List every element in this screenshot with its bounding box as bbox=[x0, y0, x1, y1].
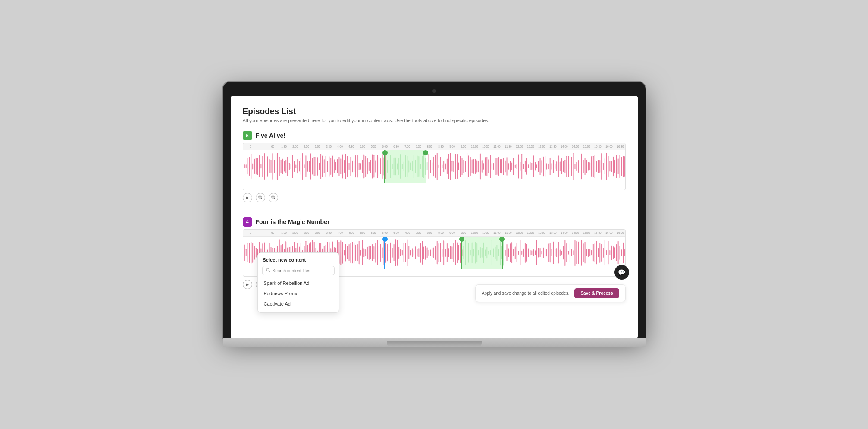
svg-rect-168 bbox=[523, 164, 524, 169]
svg-rect-158 bbox=[506, 157, 507, 176]
chat-icon: 💬 bbox=[618, 269, 625, 276]
svg-rect-225 bbox=[617, 158, 618, 174]
svg-rect-219 bbox=[608, 156, 608, 177]
svg-rect-202 bbox=[580, 155, 580, 179]
svg-rect-48 bbox=[323, 159, 324, 173]
svg-rect-331 bbox=[400, 249, 401, 256]
svg-rect-339 bbox=[413, 250, 414, 256]
svg-rect-352 bbox=[435, 246, 436, 260]
svg-rect-365 bbox=[457, 242, 458, 263]
svg-rect-29 bbox=[292, 155, 293, 178]
svg-rect-65 bbox=[352, 161, 353, 172]
svg-rect-394 bbox=[505, 250, 505, 256]
svg-rect-459 bbox=[613, 246, 614, 259]
content-dropdown: Select new content Spark of Rebellion Ad… bbox=[257, 252, 339, 313]
svg-rect-414 bbox=[538, 248, 539, 258]
svg-rect-441 bbox=[583, 243, 583, 262]
svg-rect-194 bbox=[566, 156, 567, 177]
svg-rect-41 bbox=[312, 158, 313, 174]
zoom-in-button-5[interactable] bbox=[269, 193, 278, 202]
svg-rect-430 bbox=[564, 240, 565, 266]
laptop-container: Episodes List All your episodes are pres… bbox=[223, 82, 646, 347]
svg-rect-362 bbox=[451, 246, 452, 259]
svg-rect-406 bbox=[524, 243, 525, 263]
svg-rect-295 bbox=[340, 240, 341, 265]
svg-rect-83 bbox=[382, 154, 382, 179]
svg-rect-7 bbox=[255, 158, 256, 174]
svg-rect-171 bbox=[528, 164, 529, 168]
svg-rect-448 bbox=[594, 243, 595, 262]
svg-rect-201 bbox=[578, 160, 579, 173]
svg-rect-407 bbox=[526, 244, 527, 261]
svg-rect-348 bbox=[428, 250, 429, 256]
dropdown-title: Select new content bbox=[258, 257, 339, 266]
svg-rect-120 bbox=[443, 161, 444, 172]
search-content-input[interactable] bbox=[273, 268, 331, 273]
svg-rect-14 bbox=[267, 156, 268, 176]
svg-rect-453 bbox=[602, 248, 603, 258]
svg-rect-132 bbox=[463, 160, 464, 173]
svg-rect-357 bbox=[443, 240, 444, 265]
svg-rect-28 bbox=[290, 164, 291, 169]
svg-rect-181 bbox=[545, 156, 545, 177]
episode-block-5: 5 Five Alive! 0 60 1:30 2:00 bbox=[243, 131, 626, 205]
svg-rect-178 bbox=[539, 158, 540, 175]
svg-rect-457 bbox=[609, 250, 610, 256]
svg-rect-76 bbox=[370, 160, 371, 173]
svg-rect-212 bbox=[596, 161, 597, 172]
svg-rect-213 bbox=[598, 160, 599, 173]
zoom-out-button-5[interactable] bbox=[256, 193, 265, 202]
save-process-button[interactable]: Save & Process bbox=[574, 288, 619, 298]
svg-rect-174 bbox=[533, 155, 534, 177]
svg-rect-43 bbox=[315, 157, 316, 176]
svg-rect-244 bbox=[255, 248, 256, 258]
svg-rect-140 bbox=[476, 160, 477, 173]
svg-rect-222 bbox=[613, 157, 614, 177]
svg-rect-165 bbox=[518, 154, 519, 178]
svg-rect-206 bbox=[586, 160, 587, 173]
svg-rect-143 bbox=[481, 160, 482, 173]
svg-rect-403 bbox=[520, 240, 520, 265]
svg-rect-239 bbox=[247, 243, 248, 262]
play-button-4[interactable]: ▶ bbox=[243, 280, 252, 289]
svg-rect-412 bbox=[535, 250, 536, 255]
svg-rect-169 bbox=[524, 161, 525, 173]
svg-rect-49 bbox=[325, 156, 326, 177]
svg-rect-297 bbox=[344, 250, 345, 256]
svg-rect-81 bbox=[378, 156, 379, 176]
play-button-5[interactable]: ▶ bbox=[243, 193, 252, 202]
svg-rect-426 bbox=[558, 242, 558, 263]
chat-bubble-button[interactable]: 💬 bbox=[614, 265, 629, 280]
svg-rect-396 bbox=[508, 248, 509, 257]
svg-rect-167 bbox=[521, 154, 522, 179]
svg-rect-147 bbox=[488, 159, 489, 173]
svg-rect-63 bbox=[348, 163, 349, 170]
svg-rect-173 bbox=[531, 163, 532, 170]
svg-rect-128 bbox=[457, 154, 458, 179]
svg-rect-326 bbox=[392, 248, 392, 258]
svg-rect-156 bbox=[503, 158, 504, 175]
svg-rect-195 bbox=[568, 156, 569, 177]
svg-rect-309 bbox=[363, 248, 364, 257]
svg-rect-139 bbox=[475, 159, 476, 174]
svg-rect-435 bbox=[573, 250, 573, 255]
search-box[interactable] bbox=[262, 266, 335, 275]
laptop-base bbox=[223, 338, 646, 347]
svg-rect-72 bbox=[363, 154, 364, 178]
svg-rect-366 bbox=[458, 245, 459, 260]
svg-rect-16 bbox=[270, 160, 271, 173]
svg-rect-119 bbox=[442, 164, 442, 168]
svg-rect-110 bbox=[426, 162, 427, 171]
episode-title-4: Four is the Magic Number bbox=[256, 218, 330, 225]
svg-rect-26 bbox=[287, 157, 288, 176]
svg-rect-67 bbox=[355, 155, 356, 178]
dropdown-item-2[interactable]: Captivate Ad bbox=[258, 299, 339, 309]
dropdown-item-1[interactable]: Podnews Promo bbox=[258, 288, 339, 299]
svg-rect-57 bbox=[338, 157, 339, 176]
svg-rect-356 bbox=[442, 248, 442, 257]
svg-rect-217 bbox=[604, 158, 605, 174]
svg-rect-454 bbox=[604, 240, 605, 265]
marker-start-4 bbox=[459, 237, 464, 242]
dropdown-item-0[interactable]: Spark of Rebellion Ad bbox=[258, 278, 339, 288]
screen-bezel: Episodes List All your episodes are pres… bbox=[223, 82, 646, 338]
